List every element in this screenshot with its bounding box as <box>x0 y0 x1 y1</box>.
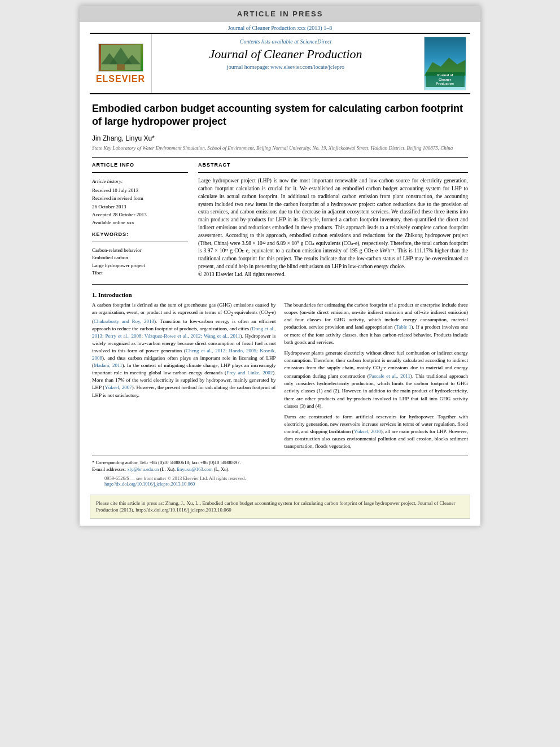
issn-doi[interactable]: http://dx.doi.org/10.1016/j.jclepro.2013… <box>104 481 195 487</box>
issn-line: 0959-6526/$ — see front matter © 2013 El… <box>92 473 468 489</box>
received-revised-label: Received in revised form <box>92 195 143 201</box>
available-online: Available online xxx <box>92 220 134 225</box>
sciencedirect-line: Contents lists available at ScienceDirec… <box>158 38 414 45</box>
keyword-4: Tibet <box>92 269 188 277</box>
keyword-1: Carbon-related behavior <box>92 247 188 255</box>
body-two-col: A carbon footprint is defined as the sum… <box>92 302 468 450</box>
journal-homepage: journal homepage: www.elsevier.com/locat… <box>158 64 414 70</box>
article-info-label: ARTICLE INFO <box>92 162 188 168</box>
footnote-star: * Corresponding author. Tel.: +86 (0)10 … <box>92 460 468 466</box>
article-history: Article history: Received 10 July 2013 R… <box>92 177 188 226</box>
section-1-title: 1. Introduction <box>92 291 468 298</box>
journal-ref-text: Journal of Cleaner Production xxx (2013)… <box>228 25 332 31</box>
intro-para-1: A carbon footprint is defined as the sum… <box>92 302 276 399</box>
history-label: Article history: <box>92 177 188 185</box>
sciencedirect-link-text[interactable]: ScienceDirect <box>300 38 331 45</box>
homepage-url[interactable]: www.elsevier.com/locate/jclepro <box>270 64 344 70</box>
accepted-date: Accepted 28 October 2013 <box>92 212 147 217</box>
bottom-notice-text: Please cite this article in press as: Zh… <box>96 500 455 513</box>
body-col-right: The boundaries for estimating the carbon… <box>285 302 469 450</box>
received-revised-date: 26 October 2013 <box>92 204 126 209</box>
info-abstract-section: ARTICLE INFO Article history: Received 1… <box>92 162 468 278</box>
divider-keywords <box>92 242 188 242</box>
body-col-left: A carbon footprint is defined as the sum… <box>92 302 276 450</box>
homepage-label: journal homepage: <box>227 64 269 70</box>
bottom-notice: Please cite this article in press as: Zh… <box>90 495 470 519</box>
keyword-3: Large hydropower project <box>92 262 188 270</box>
article-title: Embodied carbon budget accounting system… <box>92 102 468 129</box>
divider-top <box>92 157 468 158</box>
article-in-press-banner: ARTICLE IN PRESS <box>80 6 480 22</box>
divider-body <box>92 284 468 285</box>
banner-text: ARTICLE IN PRESS <box>237 10 323 18</box>
elsevier-logo-area: ELSEVIER <box>90 34 152 93</box>
keywords-section: Keywords: Carbon-related behavior Embodi… <box>92 231 188 277</box>
email-label: E-mail addresses: <box>92 466 126 472</box>
abstract-label: ABSTRACT <box>198 162 468 168</box>
divider-abstract <box>198 172 468 173</box>
email2-name: (L, Xu). <box>214 466 230 472</box>
journal-title: Journal of Cleaner Production <box>158 47 414 62</box>
elsevier-image <box>98 43 143 72</box>
keyword-2: Embodied carbon <box>92 254 188 262</box>
journal-cover-image: Journal of Cleaner Production <box>424 37 466 90</box>
article-info-col: ARTICLE INFO Article history: Received 1… <box>92 162 188 278</box>
email1[interactable]: xly@bnu.edu.cn <box>127 466 159 472</box>
copyright-text: © 2013 Elsevier Ltd. All rights reserved… <box>198 271 468 279</box>
intro-para-4: Dams are constructed to form artificial … <box>285 413 469 450</box>
intro-para-3: Hydropower plants generate electricity w… <box>285 350 469 410</box>
divider-info <box>92 172 188 173</box>
author-names: Jin Zhang, Linyu Xu* <box>92 134 155 142</box>
received-date: Received 10 July 2013 <box>92 187 138 193</box>
keywords-label: Keywords: <box>92 231 188 237</box>
email1-name: (L. Xu). <box>160 466 176 472</box>
authors: Jin Zhang, Linyu Xu* <box>92 134 468 142</box>
cover-text: Journal of Cleaner Production <box>426 72 465 87</box>
intro-para-2: The boundaries for estimating the carbon… <box>285 302 469 346</box>
abstract-col: ABSTRACT Large hydropower project (LHP) … <box>198 162 468 278</box>
issn-text: 0959-6526/$ — see front matter © 2013 El… <box>104 475 246 481</box>
abstract-text: Large hydropower project (LHP) is now th… <box>198 177 468 270</box>
elsevier-text: ELSEVIER <box>96 74 145 84</box>
contents-label: Contents lists available at <box>240 38 299 45</box>
footnote-email: E-mail addresses: xly@bnu.edu.cn (L. Xu)… <box>92 466 468 473</box>
svg-rect-4 <box>117 64 125 70</box>
page: ARTICLE IN PRESS Journal of Cleaner Prod… <box>80 6 480 526</box>
main-content: Embodied carbon budget accounting system… <box>80 94 480 495</box>
body-content: 1. Introduction A carbon footprint is de… <box>92 291 468 450</box>
email2[interactable]: linyuxu@163.com <box>177 466 212 472</box>
journal-info-center: Contents lists available at ScienceDirec… <box>152 34 419 93</box>
footnote-area: * Corresponding author. Tel.: +86 (0)10 … <box>92 456 468 473</box>
journal-header: ELSEVIER Contents lists available at Sci… <box>90 33 470 94</box>
affiliation: State Key Laboratory of Water Environmen… <box>92 145 468 152</box>
journal-reference-line: Journal of Cleaner Production xxx (2013)… <box>80 22 480 33</box>
journal-cover-area: Journal of Cleaner Production <box>419 34 470 93</box>
